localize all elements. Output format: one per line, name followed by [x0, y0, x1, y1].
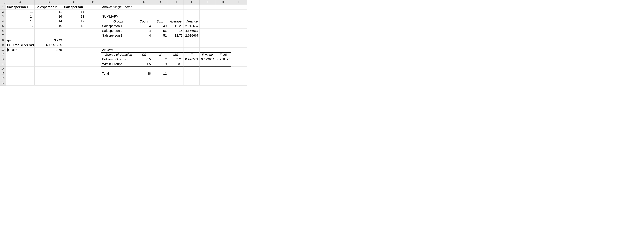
cell-A4[interactable]: 13: [6, 19, 34, 24]
cell-G2[interactable]: [152, 9, 168, 14]
cell-L16[interactable]: [231, 76, 247, 81]
cell-E2[interactable]: [101, 9, 136, 14]
cell-A14[interactable]: [6, 66, 34, 71]
cell-C1[interactable]: Salesperson 3: [63, 5, 85, 9]
cell-D1[interactable]: [85, 5, 101, 9]
cell-C12[interactable]: [63, 57, 85, 62]
cell-E10[interactable]: ANOVA: [101, 47, 136, 52]
cell-G6[interactable]: 56: [152, 28, 168, 33]
cell-I13[interactable]: [184, 62, 200, 66]
row-header-2[interactable]: 2: [0, 9, 6, 14]
column-header-A[interactable]: A: [6, 0, 34, 5]
cell-L11[interactable]: [231, 52, 247, 57]
cell-F6[interactable]: 4: [136, 28, 152, 33]
cell-G16[interactable]: [152, 76, 168, 81]
cell-H13[interactable]: 3.5: [168, 62, 184, 66]
cell-B3[interactable]: 16: [34, 14, 63, 19]
cell-I1[interactable]: [184, 5, 200, 9]
cell-K5[interactable]: [216, 24, 231, 28]
cell-G1[interactable]: [152, 5, 168, 9]
column-header-B[interactable]: B: [34, 0, 63, 5]
cell-K17[interactable]: [216, 81, 231, 85]
cell-G15[interactable]: 11: [152, 71, 168, 76]
cell-K14[interactable]: [216, 66, 231, 71]
cell-G7[interactable]: 51: [152, 33, 168, 38]
cell-D15[interactable]: [85, 71, 101, 76]
row-header-9[interactable]: 9: [0, 43, 6, 47]
cell-K1[interactable]: [216, 5, 231, 9]
cell-K6[interactable]: [216, 28, 231, 33]
cell-D8[interactable]: [85, 38, 101, 43]
column-header-D[interactable]: D: [85, 0, 101, 5]
cell-L6[interactable]: [231, 28, 247, 33]
cell-A7[interactable]: [6, 33, 34, 38]
row-header-15[interactable]: 15: [0, 71, 6, 76]
cell-A15[interactable]: [6, 71, 34, 76]
cell-H5[interactable]: 12.25: [168, 24, 184, 28]
cell-J15[interactable]: [200, 71, 216, 76]
cell-B14[interactable]: [34, 66, 63, 71]
cell-K3[interactable]: [216, 14, 231, 19]
cell-F12[interactable]: 6.5: [136, 57, 152, 62]
row-header-13[interactable]: 13: [0, 62, 6, 66]
cell-C4[interactable]: 12: [63, 19, 85, 24]
cell-I10[interactable]: [184, 47, 200, 52]
cell-F14[interactable]: [136, 66, 152, 71]
cell-J11[interactable]: P-value: [200, 52, 216, 57]
cell-H3[interactable]: [168, 14, 184, 19]
abs-diff-label[interactable]: |xi - xj|=: [6, 47, 34, 52]
cell-B1[interactable]: Salesperson 2: [34, 5, 63, 9]
cell-G14[interactable]: [152, 66, 168, 71]
cell-E1[interactable]: Anova: Single Factor: [101, 5, 136, 9]
cell-I4[interactable]: Variance: [184, 19, 200, 24]
cell-I6[interactable]: 4.666667: [184, 28, 200, 33]
cell-J10[interactable]: [200, 47, 216, 52]
cell-C10[interactable]: [63, 47, 85, 52]
cell-J1[interactable]: [200, 5, 216, 9]
cell-H6[interactable]: 14: [168, 28, 184, 33]
cell-A5[interactable]: 12: [6, 24, 34, 28]
cell-L4[interactable]: [231, 19, 247, 24]
cell-J3[interactable]: [200, 14, 216, 19]
cell-I8[interactable]: [184, 38, 200, 43]
cell-L12[interactable]: [231, 57, 247, 62]
cell-A9[interactable]: HSD for S1 vs S2=: [6, 43, 34, 47]
cell-L15[interactable]: [231, 71, 247, 76]
cell-E12[interactable]: Between Groups: [101, 57, 136, 62]
cell-H12[interactable]: 3.25: [168, 57, 184, 62]
cell-G13[interactable]: 9: [152, 62, 168, 66]
cell-A16[interactable]: [6, 76, 34, 81]
cell-C9[interactable]: [63, 43, 85, 47]
cell-G5[interactable]: 49: [152, 24, 168, 28]
cell-C3[interactable]: 13: [63, 14, 85, 19]
cell-K12[interactable]: 4.256495: [216, 57, 231, 62]
select-all-corner[interactable]: [0, 0, 6, 5]
cell-H2[interactable]: [168, 9, 184, 14]
cell-F11[interactable]: SS: [136, 52, 152, 57]
cell-J16[interactable]: [200, 76, 216, 81]
cell-H9[interactable]: [168, 43, 184, 47]
cell-H10[interactable]: [168, 47, 184, 52]
cell-K11[interactable]: F crit: [216, 52, 231, 57]
cell-I7[interactable]: 2.916667: [184, 33, 200, 38]
cell-B15[interactable]: [34, 71, 63, 76]
cell-E15[interactable]: Total: [101, 71, 136, 76]
cell-E8[interactable]: [101, 38, 136, 43]
row-header-17[interactable]: 17: [0, 81, 6, 85]
cell-B7[interactable]: [34, 33, 63, 38]
cell-K13[interactable]: [216, 62, 231, 66]
cell-E3[interactable]: SUMMARY: [101, 14, 136, 19]
cell-I3[interactable]: [184, 14, 200, 19]
cell-J14[interactable]: [200, 66, 216, 71]
cell-C6[interactable]: [63, 28, 85, 33]
cell-H8[interactable]: [168, 38, 184, 43]
cell-J12[interactable]: 0.429904: [200, 57, 216, 62]
cell-E17[interactable]: [101, 81, 136, 85]
column-header-L[interactable]: L: [231, 0, 247, 5]
cell-J17[interactable]: [200, 81, 216, 85]
cell-A17[interactable]: [6, 81, 34, 85]
cell-L8[interactable]: [231, 38, 247, 43]
cell-L10[interactable]: [231, 47, 247, 52]
cell-B2[interactable]: 11: [34, 9, 63, 14]
cell-B12[interactable]: [34, 57, 63, 62]
